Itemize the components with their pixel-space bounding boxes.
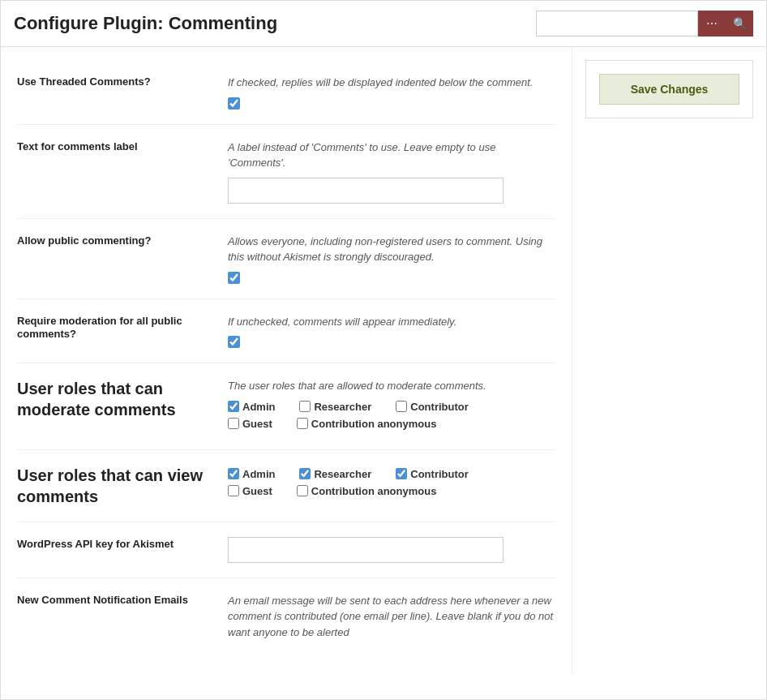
threaded-comments-label-col: Use Threaded Comments?	[17, 75, 228, 88]
search-icon: 🔍	[733, 17, 747, 30]
search-button[interactable]: 🔍	[726, 11, 753, 37]
threaded-comments-checkbox[interactable]	[228, 97, 240, 110]
view-role-contributor: Contributor	[396, 468, 468, 480]
require-moderation-checkbox[interactable]	[228, 336, 240, 348]
moderate-guest-checkbox[interactable]	[228, 418, 239, 429]
moderate-contributor-checkbox[interactable]	[396, 401, 407, 412]
view-role-researcher: Researcher	[299, 468, 371, 480]
public-commenting-control-col: Allows everyone, including non-registere…	[228, 234, 555, 284]
moderate-roles-desc: The user roles that are allowed to moder…	[228, 378, 555, 394]
moderate-roles-label-col: User roles that can moderate comments	[17, 378, 228, 420]
view-roles-row: User roles that can view comments Admin …	[17, 450, 555, 522]
view-anon-checkbox[interactable]	[297, 485, 308, 496]
public-commenting-row: Allow public commenting? Allows everyone…	[17, 219, 555, 299]
header-right: ⋯ 🔍	[536, 11, 753, 37]
notification-desc: An email message will be sent to each ad…	[228, 593, 555, 641]
moderate-role-anon: Contribution anonymous	[297, 418, 437, 430]
require-moderation-control-col: If unchecked, comments will appear immed…	[228, 314, 555, 349]
view-researcher-checkbox[interactable]	[299, 468, 311, 479]
moderate-role-guest: Guest	[228, 418, 272, 430]
comments-label-label: Text for comments label	[17, 140, 138, 152]
comments-label-row: Text for comments label A label instead …	[17, 125, 555, 219]
view-researcher-label: Researcher	[314, 468, 371, 480]
moderate-roles-row-1: Admin Researcher Contributor	[228, 401, 555, 413]
require-moderation-checkbox-row	[228, 336, 555, 348]
notification-row: New Comment Notification Emails An email…	[17, 578, 555, 662]
moderate-role-admin: Admin	[228, 401, 275, 413]
require-moderation-row: Require moderation for all public commen…	[17, 299, 555, 364]
akismet-control-col	[228, 537, 555, 563]
view-anon-label: Contribution anonymous	[311, 485, 437, 497]
view-role-guest: Guest	[228, 485, 272, 497]
moderate-admin-checkbox[interactable]	[228, 401, 239, 412]
moderate-roles-title: User roles that can moderate comments	[17, 378, 212, 420]
view-roles-label-col: User roles that can view comments	[17, 465, 228, 507]
moderate-guest-label: Guest	[242, 418, 272, 430]
header: Configure Plugin: Commenting ⋯ 🔍	[1, 1, 766, 47]
comments-label-control-col: A label instead of 'Comments' to use. Le…	[228, 140, 555, 204]
akismet-row: WordPress API key for Akismet	[17, 522, 555, 578]
view-guest-label: Guest	[242, 485, 272, 497]
threaded-comments-row: Use Threaded Comments? If checked, repli…	[17, 60, 555, 125]
view-contributor-checkbox[interactable]	[396, 468, 407, 479]
view-role-admin: Admin	[228, 468, 275, 480]
moderate-researcher-checkbox[interactable]	[299, 401, 311, 412]
require-moderation-label: Require moderation for all public commen…	[17, 315, 182, 340]
threaded-comments-desc: If checked, replies will be displayed in…	[228, 75, 555, 91]
threaded-comments-control-col: If checked, replies will be displayed in…	[228, 75, 555, 110]
search-input[interactable]	[536, 11, 698, 37]
public-commenting-label: Allow public commenting?	[17, 234, 151, 247]
view-roles-control-col: Admin Researcher Contributor	[228, 465, 555, 502]
moderate-roles-grid: Admin Researcher Contributor	[228, 401, 555, 430]
dots-icon: ⋯	[706, 17, 718, 30]
public-commenting-checkbox-row	[228, 272, 555, 284]
content: Use Threaded Comments? If checked, repli…	[1, 47, 766, 674]
threaded-comments-label: Use Threaded Comments?	[17, 75, 151, 88]
view-roles-title: User roles that can view comments	[17, 465, 212, 507]
view-guest-checkbox[interactable]	[228, 485, 239, 496]
moderate-researcher-label: Researcher	[314, 401, 371, 413]
view-roles-grid: Admin Researcher Contributor	[228, 468, 555, 497]
threaded-comments-checkbox-row	[228, 97, 555, 110]
main-form: Use Threaded Comments? If checked, repli…	[1, 47, 572, 674]
moderate-contributor-label: Contributor	[410, 401, 468, 413]
moderate-role-contributor: Contributor	[396, 401, 468, 413]
public-commenting-checkbox[interactable]	[228, 272, 240, 284]
save-box: Save Changes	[585, 60, 753, 118]
moderate-role-researcher: Researcher	[299, 401, 371, 413]
public-commenting-label-col: Allow public commenting?	[17, 234, 228, 247]
comments-label-desc: A label instead of 'Comments' to use. Le…	[228, 140, 555, 171]
view-admin-checkbox[interactable]	[228, 468, 239, 479]
view-role-anon: Contribution anonymous	[297, 485, 437, 497]
save-button[interactable]: Save Changes	[599, 74, 739, 105]
moderate-anon-checkbox[interactable]	[297, 418, 308, 429]
require-moderation-desc: If unchecked, comments will appear immed…	[228, 314, 555, 330]
notification-label-col: New Comment Notification Emails	[17, 593, 228, 606]
akismet-label-col: WordPress API key for Akismet	[17, 537, 228, 550]
page-wrapper: Configure Plugin: Commenting ⋯ 🔍 Use Thr…	[0, 0, 767, 700]
public-commenting-desc: Allows everyone, including non-registere…	[228, 234, 555, 265]
moderate-admin-label: Admin	[242, 401, 275, 413]
moderate-roles-row-2: Guest Contribution anonymous	[228, 418, 555, 430]
view-admin-label: Admin	[242, 468, 275, 480]
notification-label: New Comment Notification Emails	[17, 594, 188, 606]
view-roles-row-1: Admin Researcher Contributor	[228, 468, 555, 480]
sidebar-right: Save Changes	[572, 47, 766, 674]
akismet-input[interactable]	[228, 537, 503, 563]
moderate-anon-label: Contribution anonymous	[311, 418, 437, 430]
comments-label-label-col: Text for comments label	[17, 140, 228, 152]
akismet-label: WordPress API key for Akismet	[17, 538, 174, 550]
comments-label-input[interactable]	[228, 178, 503, 204]
moderate-roles-row: User roles that can moderate comments Th…	[17, 363, 555, 450]
view-contributor-label: Contributor	[410, 468, 468, 480]
moderate-roles-control-col: The user roles that are allowed to moder…	[228, 378, 555, 435]
view-roles-row-2: Guest Contribution anonymous	[228, 485, 555, 497]
page-title: Configure Plugin: Commenting	[14, 13, 277, 34]
require-moderation-label-col: Require moderation for all public commen…	[17, 314, 228, 340]
notification-control-col: An email message will be sent to each ad…	[228, 593, 555, 647]
dots-button[interactable]: ⋯	[698, 11, 726, 37]
